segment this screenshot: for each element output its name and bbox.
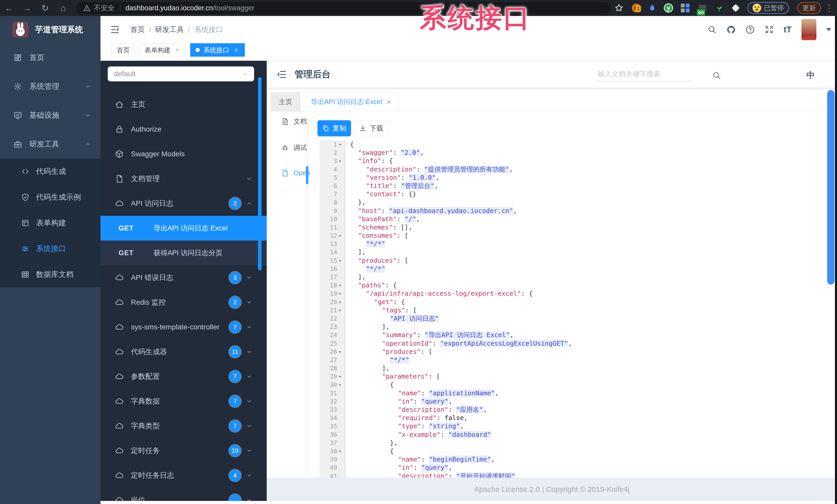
sidebar-scrollbar[interactable] bbox=[258, 77, 262, 270]
doc-tab-主页[interactable]: 主页 bbox=[271, 92, 300, 111]
swagger-menu-字典类型[interactable]: 字典类型7 bbox=[101, 414, 267, 438]
fold-caret-icon[interactable]: ▾ bbox=[339, 141, 341, 149]
sidebar-item-代码生成[interactable]: 代码生成 bbox=[0, 158, 101, 184]
download-button[interactable]: 下载 bbox=[355, 120, 388, 136]
api-group-select[interactable]: default bbox=[108, 67, 254, 81]
swagger-menu-API 错误日志[interactable]: API 错误日志3 bbox=[101, 265, 267, 290]
token: }, bbox=[358, 199, 366, 206]
paused-label: 已暂停 bbox=[764, 4, 784, 13]
code-text: }, bbox=[350, 198, 366, 207]
swagger-menu-Swagger Models[interactable]: Swagger Models bbox=[101, 142, 267, 166]
token: , bbox=[509, 166, 513, 173]
fold-caret-icon[interactable]: ▾ bbox=[339, 281, 341, 290]
breadcrumb-item[interactable]: 研发工具 bbox=[155, 25, 184, 35]
line-number: 2 bbox=[320, 149, 345, 157]
fold-caret-icon[interactable]: ▾ bbox=[339, 257, 341, 265]
breadcrumb-item[interactable]: 首页 bbox=[130, 25, 145, 35]
sidebar-item-代码生成示例[interactable]: 代码生成示例 bbox=[0, 184, 101, 210]
fullscreen-icon[interactable] bbox=[765, 25, 774, 34]
fold-caret-icon[interactable]: ▾ bbox=[339, 298, 341, 306]
code-line: 4"description": "提供管理员管理的所有功能", bbox=[320, 165, 837, 173]
fold-caret-icon[interactable]: ▾ bbox=[339, 372, 341, 381]
search-icon[interactable] bbox=[707, 25, 717, 34]
code-editor[interactable]: 1▾{2"swagger": "2.0",3▾"info": {4"descri… bbox=[320, 141, 837, 480]
menu-fold-icon[interactable] bbox=[277, 69, 287, 79]
github-icon[interactable] bbox=[727, 25, 736, 34]
fold-caret-icon[interactable]: ▾ bbox=[339, 290, 341, 298]
fold-caret-icon[interactable]: ▾ bbox=[339, 157, 341, 165]
rail-item-调试[interactable]: 调试 bbox=[281, 143, 307, 152]
line-number: 17 bbox=[320, 273, 345, 281]
swagger-menu-参数配置[interactable]: 参数配置7 bbox=[101, 364, 267, 389]
sidebar-item-研发工具[interactable]: 研发工具 bbox=[0, 130, 101, 158]
line-number: 9 bbox=[320, 207, 345, 215]
api-operation-导出API 访问日志 Excel[interactable]: GET导出API 访问日志 Excel bbox=[101, 216, 267, 241]
sidebar-item-数据库文档[interactable]: 数据库文档 bbox=[0, 262, 101, 287]
bookmark-star[interactable] bbox=[615, 2, 624, 14]
doc-search-icon[interactable] bbox=[712, 71, 721, 80]
browser-home-icon[interactable]: ⌂ bbox=[58, 3, 69, 13]
sidebar-item-系统接口[interactable]: 系统接口 bbox=[0, 236, 101, 262]
extension-green[interactable]: y bbox=[664, 2, 673, 14]
browser-menu[interactable]: ⋮ bbox=[825, 2, 833, 14]
tab-表单构建[interactable]: 表单构建× bbox=[139, 43, 186, 57]
avatar[interactable] bbox=[801, 19, 816, 40]
line-number: 23 bbox=[320, 323, 345, 331]
language-toggle[interactable]: 中 bbox=[806, 70, 815, 81]
doc-search-input[interactable] bbox=[597, 67, 693, 81]
rail-scrollbar[interactable] bbox=[306, 166, 308, 184]
extension-grid[interactable] bbox=[681, 2, 690, 14]
swagger-menu-岗位[interactable]: 岗位 bbox=[101, 488, 267, 501]
swagger-menu-代码生成器[interactable]: 代码生成器11 bbox=[101, 339, 267, 364]
extension-colab[interactable]: 1 bbox=[632, 2, 641, 14]
sidebar-item-系统管理[interactable]: 系统管理 bbox=[0, 72, 101, 101]
token: "name" bbox=[398, 389, 421, 397]
browser-reload-icon[interactable]: ↻ bbox=[40, 3, 51, 13]
code-text: "required": false, bbox=[350, 414, 468, 422]
extensions-puzzle[interactable] bbox=[731, 2, 740, 14]
rail-item-Open[interactable]: Open bbox=[281, 169, 310, 177]
sidebar-item-表单构建[interactable]: 表单构建 bbox=[0, 210, 101, 236]
token: { bbox=[350, 141, 354, 148]
swagger-menu-文档管理[interactable]: 文档管理 bbox=[101, 166, 267, 191]
extension-drop[interactable] bbox=[648, 2, 657, 14]
sidebar-item-首页[interactable]: 首页 bbox=[0, 43, 101, 72]
swagger-menu-sys-sms-template-controller[interactable]: sys-sms-template-controller7 bbox=[101, 315, 267, 339]
sidebar-collapse-icon[interactable] bbox=[110, 24, 120, 35]
extension-on[interactable]: on bbox=[698, 2, 707, 14]
swagger-menu-字典数据[interactable]: 字典数据7 bbox=[101, 389, 267, 414]
fold-caret-icon[interactable]: ▾ bbox=[339, 306, 341, 315]
extension-sprout[interactable] bbox=[715, 2, 724, 14]
close-icon[interactable]: × bbox=[233, 46, 239, 54]
tab-系统接口[interactable]: 系统接口× bbox=[190, 43, 245, 57]
fold-caret-icon[interactable]: ▾ bbox=[339, 447, 341, 455]
page-scrollbar[interactable] bbox=[827, 90, 834, 284]
swagger-menu-定时任务[interactable]: 定时任务10 bbox=[101, 438, 267, 463]
tab-首页[interactable]: 首页 bbox=[111, 43, 135, 57]
font-size-icon[interactable]: tT bbox=[784, 25, 791, 35]
browser-forward-icon[interactable]: → bbox=[22, 3, 33, 13]
fold-caret-icon[interactable]: ▾ bbox=[339, 381, 341, 389]
doc-tab-导出API 访问日志 Excel[interactable]: 导出API 访问日志 Excel× bbox=[303, 92, 399, 111]
count-badge: 7 bbox=[229, 420, 241, 432]
profile-paused-chip[interactable]: 已暂停 bbox=[747, 2, 789, 14]
swagger-menu-Authorize[interactable]: Authorize bbox=[101, 117, 267, 142]
api-operation-获得API 访问日志分页[interactable]: GET获得API 访问日志分页 bbox=[101, 241, 267, 265]
fold-caret-icon[interactable]: ▾ bbox=[339, 231, 341, 240]
help-icon[interactable] bbox=[746, 25, 755, 34]
code-text: "tags": [ bbox=[350, 306, 417, 315]
swagger-menu-API 访问日志[interactable]: API 访问日志2 bbox=[101, 191, 267, 216]
browser-back-icon[interactable]: ← bbox=[4, 3, 14, 13]
swagger-menu-定时任务日志[interactable]: 定时任务日志4 bbox=[101, 463, 267, 488]
fold-caret-icon[interactable]: ▾ bbox=[339, 348, 341, 356]
rail-item-文档[interactable]: 文档 bbox=[281, 117, 307, 126]
swagger-menu-Redis 监控[interactable]: Redis 监控2 bbox=[101, 290, 267, 315]
copy-button[interactable]: 复制 bbox=[318, 120, 351, 136]
chevron-down-icon[interactable] bbox=[826, 28, 831, 31]
close-icon[interactable]: × bbox=[387, 98, 391, 106]
swagger-menu-主页[interactable]: 主页 bbox=[101, 92, 267, 117]
footer: Apache License 2.0 | Copyright © 2019-Kn… bbox=[267, 478, 837, 501]
close-icon[interactable]: × bbox=[174, 46, 181, 54]
sidebar-item-基础设施[interactable]: 基础设施 bbox=[0, 101, 101, 130]
update-chip[interactable]: 更新 bbox=[797, 2, 821, 14]
